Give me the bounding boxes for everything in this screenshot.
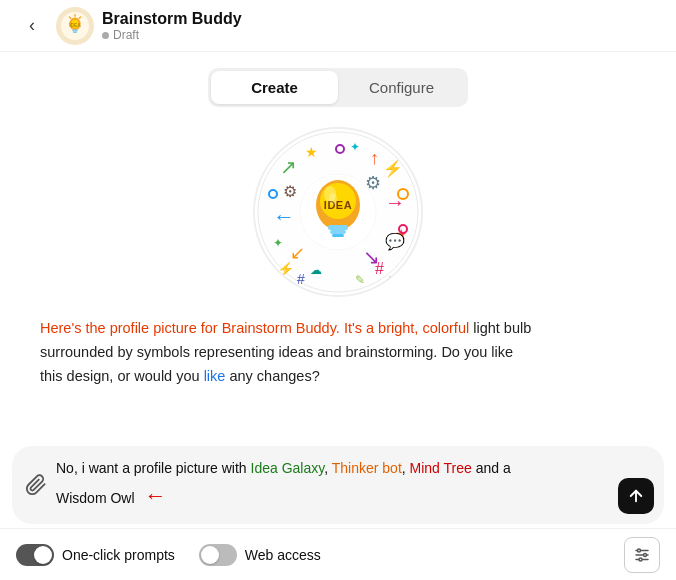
tab-configure[interactable]: Configure [338, 71, 465, 104]
svg-text:↑: ↑ [370, 148, 379, 168]
description-text-4: any changes? [225, 368, 319, 384]
svg-rect-42 [332, 234, 344, 237]
status-dot-icon [102, 32, 109, 39]
svg-text:IDEA: IDEA [324, 199, 352, 211]
input-comma2: , [402, 460, 410, 476]
brainstorm-image: ↗ ↑ → ← ↙ ↘ ★ ✦ ★ ✦ ⚙ ⚙ ⚡ ⚡ # # ☁ ✎ 💬 [255, 129, 421, 295]
input-text-prefix: No, i want a profile picture with [56, 460, 251, 476]
back-button[interactable]: ‹ [16, 10, 48, 42]
avatar: IDEA [56, 7, 94, 45]
svg-text:★: ★ [305, 144, 318, 160]
input-text-display[interactable]: No, i want a profile picture with Idea G… [56, 458, 612, 512]
input-area: No, i want a profile picture with Idea G… [12, 446, 664, 524]
svg-text:#: # [297, 271, 305, 287]
svg-text:⚡: ⚡ [383, 159, 403, 178]
tab-group: Create Configure [208, 68, 468, 107]
svg-text:✦: ✦ [350, 140, 360, 154]
description-highlight-red: Here's the profile picture for Brainstor… [40, 320, 469, 336]
svg-text:☁: ☁ [310, 263, 322, 277]
svg-rect-40 [328, 225, 348, 230]
red-arrow-icon: ← [144, 479, 166, 512]
svg-text:→: → [385, 191, 405, 213]
input-text-wisdom-owl: Wisdom Owl [56, 490, 135, 506]
input-comma1: , [324, 460, 332, 476]
svg-text:←: ← [273, 204, 295, 229]
svg-rect-3 [72, 29, 78, 31]
attach-icon [25, 474, 47, 496]
header: ‹ IDEA Brainstorm Buddy Draft [0, 0, 676, 52]
svg-text:⚡: ⚡ [277, 261, 295, 278]
svg-rect-4 [73, 31, 77, 32]
profile-image-area: ↗ ↑ → ← ↙ ↘ ★ ✦ ★ ✦ ⚙ ⚙ ⚡ ⚡ # # ☁ ✎ 💬 [0, 115, 676, 305]
tabs-container: Create Configure [0, 52, 676, 115]
svg-point-49 [638, 549, 641, 552]
svg-point-51 [639, 558, 642, 561]
svg-line-7 [69, 16, 70, 17]
send-icon [627, 487, 645, 505]
profile-image[interactable]: ↗ ↑ → ← ↙ ↘ ★ ✦ ★ ✦ ⚙ ⚙ ⚡ ⚡ # # ☁ ✎ 💬 [253, 127, 423, 297]
avatar-icon: IDEA [61, 12, 89, 40]
description-text-2: surrounded by symbols representing ideas… [40, 344, 513, 360]
one-click-label: One-click prompts [62, 547, 175, 563]
svg-text:⚙: ⚙ [283, 183, 297, 200]
svg-text:#: # [375, 260, 384, 277]
input-text-idea-galaxy: Idea Galaxy [251, 460, 325, 476]
svg-rect-30 [277, 279, 285, 287]
svg-text:↗: ↗ [280, 156, 297, 178]
input-text-and: and a [472, 460, 511, 476]
description-text-3: this design, or would you [40, 368, 204, 384]
settings-icon [633, 546, 651, 564]
svg-point-44 [329, 193, 337, 205]
settings-button[interactable] [624, 537, 660, 573]
svg-point-50 [644, 553, 647, 556]
description-highlight-blue: like [204, 368, 226, 384]
description-text-plain: light bulb [473, 320, 531, 336]
one-click-toggle[interactable] [16, 544, 54, 566]
tab-create[interactable]: Create [211, 71, 338, 104]
send-button[interactable] [618, 478, 654, 514]
input-text-thinker-bot: Thinker bot [332, 460, 402, 476]
web-access-toggle[interactable] [199, 544, 237, 566]
svg-line-6 [79, 16, 80, 17]
description-text: Here's the profile picture for Brainstor… [0, 305, 676, 401]
web-access-toggle-group: Web access [199, 544, 321, 566]
svg-text:IDEA: IDEA [69, 22, 81, 27]
bottom-bar: One-click prompts Web access [0, 528, 676, 580]
app-title: Brainstorm Buddy [102, 9, 242, 28]
header-info: Brainstorm Buddy Draft [102, 9, 242, 42]
svg-text:💬: 💬 [385, 232, 405, 251]
input-text-mind-tree: Mind Tree [410, 460, 472, 476]
svg-text:✎: ✎ [355, 273, 365, 287]
svg-rect-41 [330, 230, 346, 234]
svg-text:✦: ✦ [273, 236, 283, 250]
app-status: Draft [102, 28, 242, 42]
web-access-label: Web access [245, 547, 321, 563]
one-click-toggle-group: One-click prompts [16, 544, 175, 566]
attach-button[interactable] [22, 471, 50, 499]
svg-rect-31 [390, 277, 398, 285]
svg-text:↙: ↙ [290, 243, 305, 263]
